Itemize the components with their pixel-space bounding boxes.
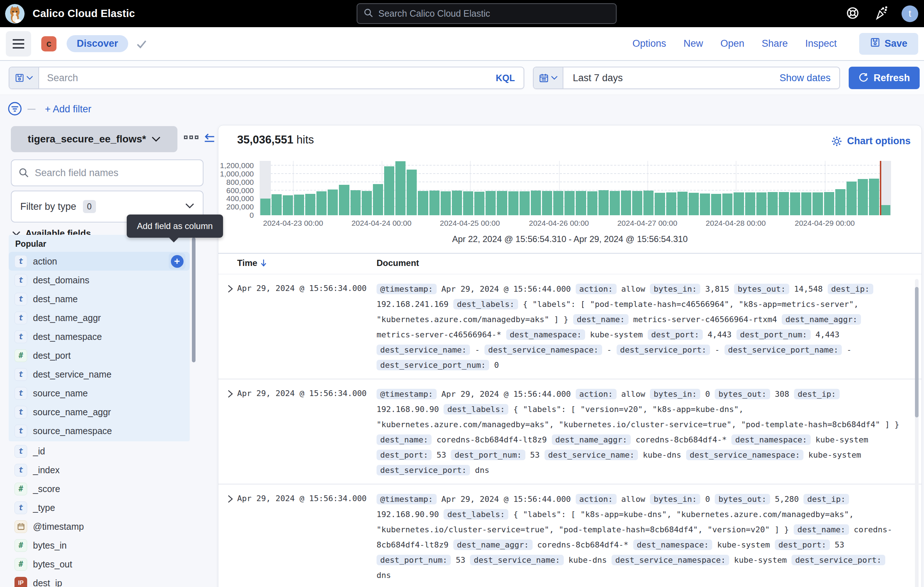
add-filter-button[interactable]: + Add filter (45, 104, 91, 115)
histogram-bar[interactable] (361, 161, 372, 215)
histogram-bar[interactable] (271, 161, 282, 215)
field-item-action[interactable]: taction (9, 252, 190, 271)
open-link[interactable]: Open (721, 38, 744, 49)
chart-options-button[interactable]: Chart options (831, 136, 911, 147)
time-column-header[interactable]: Time (237, 258, 267, 268)
histogram-bar[interactable] (316, 161, 327, 215)
save-button[interactable]: Save (859, 33, 918, 55)
histogram-bar[interactable] (440, 161, 451, 215)
histogram-bar[interactable] (384, 161, 395, 215)
histogram-bar[interactable] (575, 161, 587, 215)
options-link[interactable]: Options (632, 38, 666, 49)
field-item-source-name-aggr[interactable]: tsource_name_aggr (9, 403, 190, 422)
histogram-bar[interactable] (857, 161, 868, 215)
histogram-bar[interactable] (699, 161, 710, 215)
expand-row-icon[interactable] (223, 493, 237, 506)
histogram-bar[interactable] (643, 161, 654, 215)
histogram-bar[interactable] (688, 161, 699, 215)
field-item-dest-namespace[interactable]: tdest_namespace (9, 327, 190, 346)
field-item-source-namespace[interactable]: tsource_namespace (9, 422, 190, 440)
field-item--type[interactable]: t_type (9, 498, 190, 517)
field-item-dest-service-name[interactable]: tdest_service_name (9, 365, 190, 384)
histogram-bar[interactable] (711, 161, 722, 215)
field-search-input[interactable] (35, 167, 196, 179)
field-item-dest-name-aggr[interactable]: tdest_name_aggr (9, 308, 190, 327)
breadcrumb-discover[interactable]: Discover (67, 35, 128, 52)
date-picker-menu-button[interactable] (534, 68, 563, 88)
field-item-bytes-out[interactable]: #bytes_out (9, 555, 190, 574)
table-scrollbar[interactable] (915, 279, 919, 587)
histogram-bar[interactable] (790, 161, 801, 215)
show-dates-button[interactable]: Show dates (780, 73, 831, 84)
histogram-bar[interactable] (722, 161, 733, 215)
help-lifering-icon[interactable] (846, 6, 860, 21)
histogram-bar[interactable] (372, 161, 383, 215)
expand-row-icon[interactable] (223, 387, 237, 401)
space-badge[interactable]: c (41, 36, 56, 51)
new-link[interactable]: New (683, 38, 703, 49)
field-item-dest-domains[interactable]: tdest_domains (9, 271, 190, 289)
whats-new-party-popper-icon[interactable] (873, 6, 888, 21)
add-field-as-column-button[interactable] (169, 253, 185, 270)
global-search-box[interactable] (356, 3, 617, 24)
field-settings-icon[interactable] (184, 136, 198, 139)
histogram-bar[interactable] (756, 161, 767, 215)
histogram-bar[interactable] (485, 161, 497, 215)
histogram-bar[interactable] (677, 161, 688, 215)
histogram-bar[interactable] (350, 161, 361, 215)
histogram-bar[interactable] (835, 161, 846, 215)
field-item--id[interactable]: t_id (9, 442, 190, 461)
calico-cat-logo[interactable] (5, 4, 25, 23)
histogram-bar[interactable] (767, 161, 778, 215)
histogram-bar[interactable] (508, 161, 519, 215)
field-item-bytes-in[interactable]: #bytes_in (9, 536, 190, 555)
field-item-dest-name[interactable]: tdest_name (9, 289, 190, 308)
histogram-bar[interactable] (497, 161, 508, 215)
histogram-bar[interactable] (654, 161, 665, 215)
histogram-bar[interactable] (530, 161, 541, 215)
histogram-bar[interactable] (598, 161, 609, 215)
histogram-bar[interactable] (338, 161, 350, 215)
histogram-bar[interactable] (406, 161, 417, 215)
histogram-bar[interactable] (305, 161, 316, 215)
histogram-bar[interactable] (327, 161, 338, 215)
expand-row-icon[interactable] (223, 282, 237, 296)
histogram-bar[interactable] (880, 161, 891, 215)
field-item-dest-ip[interactable]: IPdest_ip (9, 574, 190, 587)
histogram-bar[interactable] (812, 161, 823, 215)
histogram-bar[interactable] (282, 161, 293, 215)
histogram-bar[interactable] (451, 161, 462, 215)
field-item-source-name[interactable]: tsource_name (9, 384, 190, 403)
histogram-bar[interactable] (417, 161, 429, 215)
time-range-value[interactable]: Last 7 days (573, 73, 623, 84)
filter-options-icon[interactable] (7, 101, 23, 117)
histogram-bar[interactable] (553, 161, 564, 215)
collapse-sidebar-icon[interactable] (201, 132, 215, 147)
histogram-bar[interactable] (801, 161, 812, 215)
histogram-bar[interactable] (778, 161, 789, 215)
field-item--index[interactable]: t_index (9, 461, 190, 480)
query-search-input[interactable] (39, 73, 487, 84)
histogram-bar[interactable] (429, 161, 440, 215)
histogram-bar[interactable] (869, 161, 880, 215)
sidebar-scrollbar[interactable] (192, 237, 196, 440)
field-item--score[interactable]: #_score (9, 480, 190, 498)
histogram-bar[interactable] (519, 161, 530, 215)
histogram-bar[interactable] (665, 161, 677, 215)
field-item--timestamp[interactable]: @timestamp (9, 517, 190, 536)
histogram-chart[interactable]: 0200,000400,000600,000800,0001,000,0001,… (226, 161, 891, 228)
histogram-bar[interactable] (609, 161, 620, 215)
global-search-input[interactable] (378, 8, 596, 19)
histogram-bar[interactable] (632, 161, 643, 215)
histogram-bar[interactable] (823, 161, 835, 215)
histogram-bar[interactable] (395, 161, 406, 215)
field-search-box[interactable] (11, 159, 203, 186)
histogram-bar[interactable] (542, 161, 553, 215)
histogram-bar[interactable] (744, 161, 756, 215)
histogram-bar[interactable] (564, 161, 575, 215)
refresh-button[interactable]: Refresh (849, 67, 920, 89)
histogram-bar[interactable] (463, 161, 474, 215)
share-link[interactable]: Share (762, 38, 788, 49)
field-item-dest-port[interactable]: #dest_port (9, 346, 190, 365)
user-avatar[interactable]: t (901, 5, 918, 22)
